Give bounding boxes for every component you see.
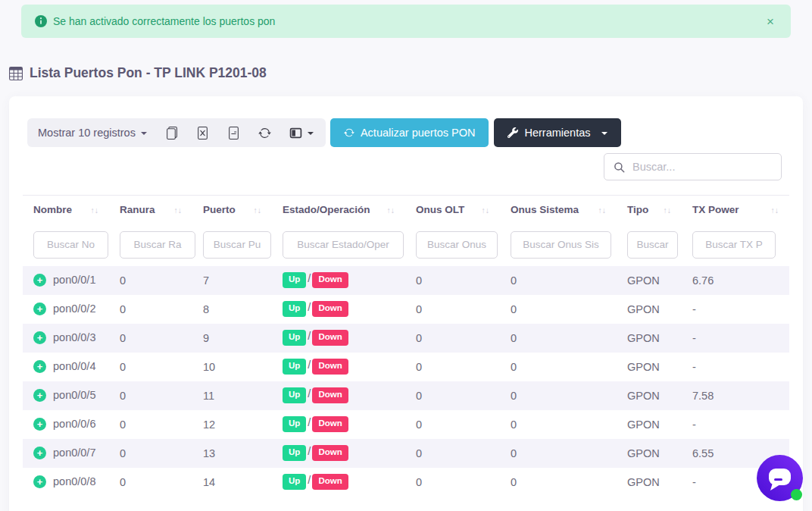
expand-row-plus-icon[interactable]: + (33, 447, 46, 459)
nombre-cell: +pon0/0/7 (23, 439, 109, 468)
filter-input-tipo[interactable] (627, 231, 678, 259)
tx-power-cell: - (682, 353, 789, 381)
nombre-cell: +pon0/0/5 (23, 381, 109, 410)
filter-input-onus-sistema[interactable] (511, 231, 611, 259)
pdf-export-button[interactable] (227, 127, 240, 140)
expand-row-plus-icon[interactable]: + (33, 475, 46, 488)
onus-sistema-cell: 0 (500, 324, 617, 353)
column-label: Nombre (33, 204, 72, 215)
column-header-ranura[interactable]: Ranura↑↓ (109, 196, 192, 224)
down-status-badge: Down (312, 359, 348, 375)
reload-table-button[interactable] (258, 127, 271, 140)
up-status-badge: Up (283, 272, 306, 288)
puerto-cell: 11 (192, 381, 272, 410)
length-menu-label: Mostrar 10 registros (38, 127, 136, 139)
info-icon (35, 15, 47, 27)
down-status-badge: Down (312, 416, 348, 432)
onus-olt-cell: 0 (405, 353, 500, 381)
sort-icon[interactable]: ↑↓ (174, 205, 183, 215)
sort-icon[interactable]: ↑↓ (598, 205, 607, 215)
column-label: Onus Sistema (511, 204, 579, 215)
sort-icon[interactable]: ↑↓ (91, 205, 99, 215)
tipo-cell: GPON (617, 381, 682, 410)
expand-row-plus-icon[interactable]: + (33, 303, 46, 315)
tipo-cell: GPON (617, 266, 682, 295)
search-box[interactable] (604, 153, 782, 180)
search-row (9, 147, 803, 180)
refresh-icon (344, 127, 354, 138)
column-label: Tipo (627, 204, 648, 215)
copy-button[interactable] (165, 127, 178, 140)
onus-sistema-cell: 0 (500, 381, 617, 410)
sort-icon[interactable]: ↑↓ (482, 205, 490, 215)
sort-icon[interactable]: ↑↓ (254, 205, 262, 215)
onus-olt-cell: 0 (405, 410, 500, 439)
up-status-badge: Up (283, 330, 306, 346)
onus-olt-cell: 0 (405, 381, 500, 410)
sort-icon[interactable]: ↑↓ (387, 205, 395, 215)
update-pon-ports-button[interactable]: Actualizar puertos PON (330, 118, 489, 147)
column-header-tx-power[interactable]: TX Power↑↓ (682, 196, 789, 224)
onus-olt-cell: 0 (405, 295, 500, 324)
ranura-cell: 0 (109, 381, 192, 410)
ranura-cell: 0 (109, 295, 192, 324)
expand-row-plus-icon[interactable]: + (33, 389, 46, 402)
tipo-cell: GPON (617, 324, 682, 353)
filter-input-onus-olt[interactable] (416, 231, 498, 259)
filter-input-ranura[interactable] (120, 231, 195, 259)
page-title-text: Lista Puertos Pon - TP LINK P1201-08 (30, 65, 267, 81)
tx-power-cell: - (682, 410, 789, 439)
down-status-badge: Down (312, 387, 348, 403)
onus-sistema-cell: 0 (500, 410, 617, 439)
column-header-onus-olt[interactable]: Onus OLT↑↓ (405, 196, 500, 224)
onus-olt-cell: 0 (405, 324, 500, 353)
expand-row-plus-icon[interactable]: + (33, 418, 46, 431)
puerto-cell: 12 (192, 410, 272, 439)
column-header-onus-sistema[interactable]: Onus Sistema↑↓ (500, 196, 617, 224)
filter-input-puerto[interactable] (203, 231, 271, 259)
expand-row-plus-icon[interactable]: + (33, 274, 46, 287)
column-header-puerto[interactable]: Puerto↑↓ (192, 196, 272, 224)
chat-widget-button[interactable] (757, 455, 803, 501)
puerto-cell: 10 (192, 353, 272, 381)
column-header-tipo[interactable]: Tipo↑↓ (617, 196, 682, 224)
column-header-nombre[interactable]: Nombre↑↓ (23, 196, 109, 224)
length-menu-dropdown[interactable]: Mostrar 10 registros (38, 127, 147, 139)
nombre-cell: +pon0/0/6 (23, 410, 109, 439)
badge-separator: / (308, 416, 311, 428)
nombre-cell: +pon0/0/8 (23, 468, 109, 497)
filter-input-tx-power[interactable] (692, 231, 776, 259)
estado-operacion-cell: Up/Down (272, 353, 405, 381)
down-status-badge: Down (312, 445, 348, 461)
excel-export-button[interactable] (196, 127, 209, 140)
puerto-cell: 8 (192, 295, 272, 324)
expand-row-plus-icon[interactable]: + (33, 360, 46, 373)
filter-input-estado-operacion[interactable] (283, 231, 404, 259)
expand-row-plus-icon[interactable]: + (33, 331, 46, 344)
table-row: +pon0/0/6012Up/Down00GPON- (23, 410, 789, 439)
column-header-estado-operacion[interactable]: Estado/Operación↑↓ (272, 196, 405, 224)
search-input[interactable] (632, 161, 772, 173)
sort-icon[interactable]: ↑↓ (664, 205, 672, 215)
ranura-cell: 0 (109, 324, 192, 353)
down-status-badge: Down (312, 301, 348, 317)
ranura-cell: 0 (109, 410, 192, 439)
badge-separator: / (308, 272, 311, 284)
column-visibility-button[interactable] (289, 127, 314, 140)
update-pon-ports-label: Actualizar puertos PON (361, 127, 476, 139)
estado-operacion-cell: Up/Down (272, 410, 405, 439)
filter-input-nombre[interactable] (33, 231, 108, 259)
table-header-row: Nombre↑↓ Ranura↑↓ Puerto↑↓ Estado/Operac… (23, 196, 789, 224)
tipo-cell: GPON (617, 295, 682, 324)
alert-message: Se han activado correctamente los puerto… (53, 15, 764, 27)
table-row: +pon0/0/7013Up/Down00GPON6.55 (23, 439, 789, 468)
tools-dropdown-button[interactable]: Herramientas (494, 118, 621, 147)
tipo-cell: GPON (617, 353, 682, 381)
estado-operacion-cell: Up/Down (272, 324, 405, 353)
sort-icon[interactable]: ↑↓ (771, 205, 779, 215)
column-label: Ranura (120, 204, 155, 215)
estado-operacion-cell: Up/Down (272, 439, 405, 468)
estado-operacion-cell: Up/Down (272, 295, 405, 324)
alert-close-icon[interactable]: × (764, 14, 777, 30)
tipo-cell: GPON (617, 439, 682, 468)
